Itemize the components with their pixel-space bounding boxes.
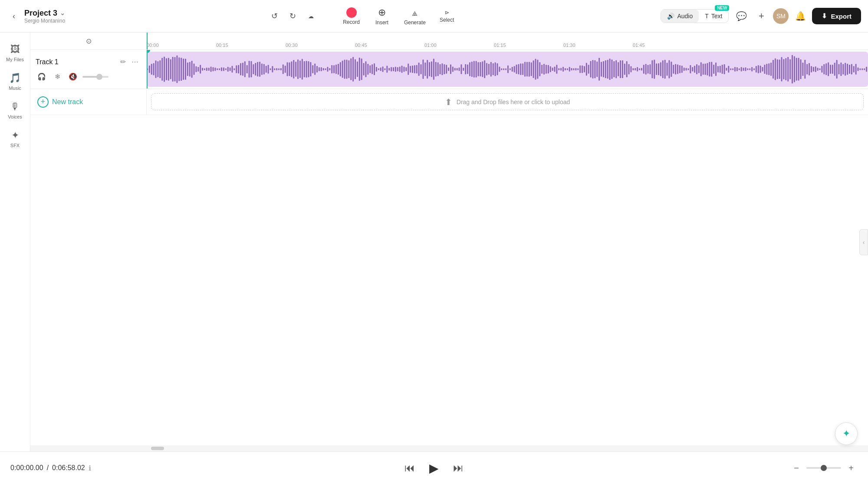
ruler-mark-5: 01:15 [494,43,506,48]
undo-button[interactable]: ↺ [266,8,282,24]
left-sidebar: 🖼 My Files 🎵 Music 🎙 Voices ✦ SFX [0,33,30,451]
audio-tab-button[interactable]: 🔊 Audio [661,10,699,23]
svg-rect-174 [514,66,515,72]
svg-rect-106 [369,65,371,73]
chat-button[interactable]: 💬 [733,8,750,24]
add-button[interactable]: + [753,8,769,24]
track-mute-button[interactable]: 🔇 [67,71,79,83]
new-track-label: New track [52,98,83,106]
svg-rect-327 [838,64,840,75]
sidebar-item-my-files[interactable]: 🖼 My Files [2,40,29,66]
svg-rect-53 [257,62,258,76]
avatar-button[interactable]: SM [773,8,789,24]
svg-rect-290 [760,66,761,73]
svg-rect-251 [677,65,678,74]
notification-button[interactable]: 🔔 [792,8,809,24]
svg-rect-306 [794,56,795,82]
svg-rect-105 [367,64,368,75]
svg-rect-120 [399,66,401,72]
export-button[interactable]: ⬇ Export [812,8,861,24]
project-chevron-icon[interactable]: ⌄ [60,10,65,16]
insert-button[interactable]: ⊕ Insert [368,4,395,28]
zoom-in-button[interactable]: + [845,461,858,474]
svg-rect-161 [486,63,487,75]
back-button[interactable]: ‹ [7,9,21,23]
ai-fab-button[interactable]: ✦ [835,422,858,445]
svg-rect-170 [505,68,506,70]
plus-circle-icon: + [37,96,49,108]
generate-button[interactable]: ⟁ Generate [397,4,433,28]
svg-rect-85 [325,69,326,70]
track-more-button[interactable]: ⋯ [129,56,141,68]
ruler-mark-6: 01:30 [563,43,575,48]
zoom-out-button[interactable]: − [790,461,803,474]
time-info-icon[interactable]: ℹ [89,464,91,472]
track-volume-slider[interactable] [82,76,108,78]
svg-rect-267 [711,62,712,76]
sidebar-item-voices[interactable]: 🎙 Voices [2,97,29,124]
svg-rect-97 [350,59,352,80]
scroll-bar-area[interactable] [30,445,868,451]
svg-rect-193 [554,67,556,72]
svg-rect-93 [342,61,343,78]
svg-rect-13 [172,57,174,82]
track-content[interactable]: // This SVG content is generated inline [147,50,868,89]
ruler-mark-3: 00:45 [355,43,367,48]
text-tab-icon: T [705,13,709,20]
collapse-panel-button[interactable]: ‹ [859,229,868,255]
waveform-block[interactable]: // This SVG content is generated inline [147,52,868,87]
svg-rect-188 [543,64,545,74]
svg-rect-322 [828,63,829,76]
top-bar: ‹ Project 3 ⌄ Sergio Montanino ↺ ↻ ☁ Rec… [0,0,868,33]
upload-drop-area[interactable]: ⬆ Drag and Drop files here or click to u… [151,93,864,110]
svg-rect-177 [520,63,521,75]
svg-rect-207 [584,66,585,72]
zoom-slider[interactable] [806,467,841,469]
new-track-row: + New track ⬆ Drag and Drop files here o… [30,89,868,115]
scroll-thumb[interactable] [151,447,164,450]
text-tab-button[interactable]: T Text [699,10,728,23]
svg-rect-313 [809,63,810,76]
svg-rect-62 [276,68,277,70]
select-button[interactable]: ⊳ Select [434,7,459,26]
time-separator: / [47,464,49,472]
svg-rect-279 [736,67,738,71]
new-track-button[interactable]: + New track [37,96,83,108]
track-snowflake-button[interactable]: ❄ [51,71,63,83]
svg-rect-287 [753,69,755,70]
forward-button[interactable]: ⏭ [453,462,464,474]
audio-text-toggle: 🔊 Audio T Text NEW [661,9,729,23]
svg-rect-280 [739,69,740,70]
play-button[interactable]: ▶ [424,458,444,478]
sidebar-item-music[interactable]: 🎵 Music [2,68,29,95]
svg-rect-236 [645,64,647,75]
svg-rect-304 [789,59,791,79]
cloud-save-button[interactable]: ☁ [303,8,319,24]
upload-icon: ⬆ [445,97,452,107]
svg-rect-197 [562,67,564,72]
sidebar-item-sfx[interactable]: ✦ SFX [2,125,29,152]
svg-rect-119 [397,67,398,72]
svg-rect-202 [573,68,575,70]
rewind-button[interactable]: ⏮ [404,462,415,474]
project-name-display: Project 3 ⌄ [24,9,65,18]
svg-rect-217 [605,60,606,78]
track-headphone-button[interactable]: 🎧 [36,71,48,83]
svg-rect-87 [329,68,330,70]
redo-button[interactable]: ↻ [285,8,300,24]
project-info: Project 3 ⌄ Sergio Montanino [24,9,65,24]
svg-rect-194 [556,65,557,74]
svg-rect-27 [202,68,203,70]
svg-rect-104 [365,61,366,77]
svg-rect-81 [316,66,318,72]
svg-rect-12 [170,59,171,79]
svg-rect-49 [249,61,250,78]
track-edit-icon-button[interactable]: ✏ [117,56,129,68]
export-label: Export [831,13,852,20]
record-button[interactable]: Record [336,5,367,28]
svg-rect-164 [493,63,494,75]
svg-rect-8 [161,58,163,81]
svg-rect-307 [796,58,797,81]
audio-tab-icon: 🔊 [667,13,674,20]
svg-rect-260 [696,64,697,74]
